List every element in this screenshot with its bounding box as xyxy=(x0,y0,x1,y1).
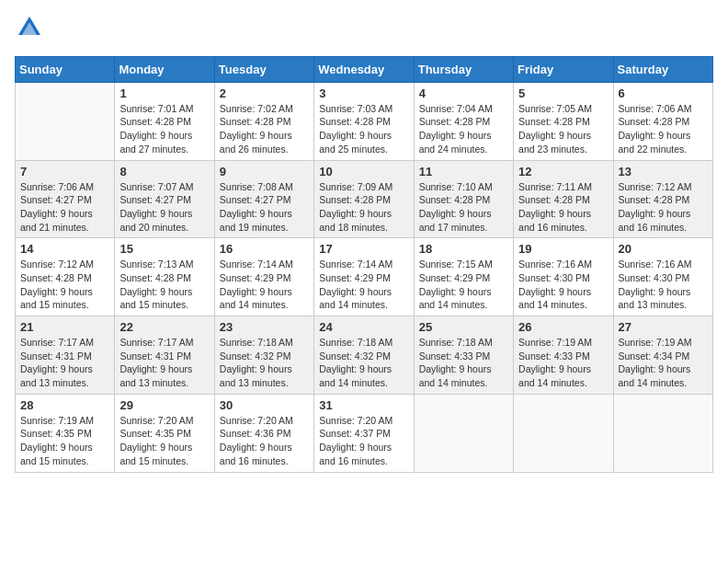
day-info: Sunrise: 7:19 AM Sunset: 4:33 PM Dayligh… xyxy=(518,336,608,390)
calendar-header-row: SundayMondayTuesdayWednesdayThursdayFrid… xyxy=(16,56,713,82)
day-info: Sunrise: 7:06 AM Sunset: 4:28 PM Dayligh… xyxy=(619,102,708,156)
day-info: Sunrise: 7:19 AM Sunset: 4:34 PM Dayligh… xyxy=(619,336,708,390)
day-number: 3 xyxy=(319,86,408,100)
day-info: Sunrise: 7:12 AM Sunset: 4:28 PM Dayligh… xyxy=(619,180,708,235)
day-number: 6 xyxy=(619,86,708,100)
day-number: 15 xyxy=(119,242,209,256)
calendar-day-cell: 24Sunrise: 7:18 AM Sunset: 4:32 PM Dayli… xyxy=(314,316,414,395)
calendar-week-row: 1Sunrise: 7:01 AM Sunset: 4:28 PM Daylig… xyxy=(16,82,713,160)
day-info: Sunrise: 7:18 AM Sunset: 4:32 PM Dayligh… xyxy=(319,336,408,390)
calendar-week-row: 21Sunrise: 7:17 AM Sunset: 4:31 PM Dayli… xyxy=(16,316,713,395)
day-info: Sunrise: 7:18 AM Sunset: 4:32 PM Dayligh… xyxy=(220,336,309,390)
calendar-day-cell: 10Sunrise: 7:09 AM Sunset: 4:28 PM Dayli… xyxy=(314,160,414,238)
day-number: 5 xyxy=(518,86,608,100)
day-info: Sunrise: 7:16 AM Sunset: 4:30 PM Dayligh… xyxy=(518,258,608,312)
day-info: Sunrise: 7:17 AM Sunset: 4:31 PM Dayligh… xyxy=(119,336,209,390)
calendar-day-cell: 30Sunrise: 7:20 AM Sunset: 4:36 PM Dayli… xyxy=(214,394,313,472)
calendar-day-cell: 19Sunrise: 7:16 AM Sunset: 4:30 PM Dayli… xyxy=(514,238,613,316)
day-info: Sunrise: 7:12 AM Sunset: 4:28 PM Dayligh… xyxy=(20,258,109,312)
day-number: 16 xyxy=(220,242,309,256)
day-info: Sunrise: 7:03 AM Sunset: 4:28 PM Dayligh… xyxy=(319,102,408,156)
day-info: Sunrise: 7:19 AM Sunset: 4:35 PM Dayligh… xyxy=(20,414,109,468)
day-number: 23 xyxy=(220,320,309,334)
day-info: Sunrise: 7:07 AM Sunset: 4:27 PM Dayligh… xyxy=(119,180,209,235)
logo-icon xyxy=(17,15,42,40)
calendar-day-cell: 21Sunrise: 7:17 AM Sunset: 4:31 PM Dayli… xyxy=(16,316,115,395)
day-info: Sunrise: 7:08 AM Sunset: 4:27 PM Dayligh… xyxy=(220,180,309,235)
calendar-day-cell: 18Sunrise: 7:15 AM Sunset: 4:29 PM Dayli… xyxy=(414,238,513,316)
day-info: Sunrise: 7:20 AM Sunset: 4:36 PM Dayligh… xyxy=(220,414,309,468)
day-info: Sunrise: 7:05 AM Sunset: 4:28 PM Dayligh… xyxy=(518,102,608,156)
day-number: 24 xyxy=(319,320,408,334)
day-number: 22 xyxy=(119,320,209,334)
calendar-day-cell: 7Sunrise: 7:06 AM Sunset: 4:27 PM Daylig… xyxy=(16,160,115,238)
calendar-day-cell xyxy=(514,394,613,472)
day-number: 17 xyxy=(319,242,408,256)
calendar-day-cell: 29Sunrise: 7:20 AM Sunset: 4:35 PM Dayli… xyxy=(115,394,214,472)
day-number: 18 xyxy=(419,242,508,256)
day-header-wednesday: Wednesday xyxy=(314,56,414,82)
calendar-day-cell: 2Sunrise: 7:02 AM Sunset: 4:28 PM Daylig… xyxy=(214,82,313,160)
calendar-day-cell xyxy=(613,394,712,472)
day-info: Sunrise: 7:13 AM Sunset: 4:28 PM Dayligh… xyxy=(119,258,209,312)
calendar-day-cell: 20Sunrise: 7:16 AM Sunset: 4:30 PM Dayli… xyxy=(613,238,712,316)
calendar-day-cell: 22Sunrise: 7:17 AM Sunset: 4:31 PM Dayli… xyxy=(115,316,214,395)
day-number: 30 xyxy=(220,398,309,412)
calendar-day-cell xyxy=(414,394,513,472)
calendar-day-cell: 26Sunrise: 7:19 AM Sunset: 4:33 PM Dayli… xyxy=(514,316,613,395)
day-number: 1 xyxy=(119,86,209,100)
calendar-week-row: 7Sunrise: 7:06 AM Sunset: 4:27 PM Daylig… xyxy=(16,160,713,238)
calendar-week-row: 28Sunrise: 7:19 AM Sunset: 4:35 PM Dayli… xyxy=(16,394,713,472)
day-number: 27 xyxy=(619,320,708,334)
day-info: Sunrise: 7:20 AM Sunset: 4:37 PM Dayligh… xyxy=(319,414,408,468)
day-info: Sunrise: 7:11 AM Sunset: 4:28 PM Dayligh… xyxy=(518,180,608,235)
calendar-day-cell: 14Sunrise: 7:12 AM Sunset: 4:28 PM Dayli… xyxy=(16,238,115,316)
day-info: Sunrise: 7:17 AM Sunset: 4:31 PM Dayligh… xyxy=(20,336,109,390)
day-number: 20 xyxy=(619,242,708,256)
calendar-day-cell: 5Sunrise: 7:05 AM Sunset: 4:28 PM Daylig… xyxy=(514,82,613,160)
day-header-saturday: Saturday xyxy=(613,56,712,82)
day-info: Sunrise: 7:16 AM Sunset: 4:30 PM Dayligh… xyxy=(619,258,708,312)
day-header-tuesday: Tuesday xyxy=(214,56,313,82)
day-number: 9 xyxy=(220,165,309,178)
day-info: Sunrise: 7:04 AM Sunset: 4:28 PM Dayligh… xyxy=(419,102,508,156)
day-number: 25 xyxy=(419,320,508,334)
day-number: 2 xyxy=(220,86,309,100)
page-header xyxy=(15,15,713,45)
day-number: 11 xyxy=(419,165,508,178)
calendar-day-cell: 16Sunrise: 7:14 AM Sunset: 4:29 PM Dayli… xyxy=(214,238,313,316)
day-header-sunday: Sunday xyxy=(16,56,115,82)
calendar-day-cell: 31Sunrise: 7:20 AM Sunset: 4:37 PM Dayli… xyxy=(314,394,414,472)
calendar-day-cell: 25Sunrise: 7:18 AM Sunset: 4:33 PM Dayli… xyxy=(414,316,513,395)
day-number: 28 xyxy=(20,398,109,412)
day-number: 31 xyxy=(319,398,408,412)
day-info: Sunrise: 7:18 AM Sunset: 4:33 PM Dayligh… xyxy=(419,336,508,390)
day-header-monday: Monday xyxy=(115,56,214,82)
day-number: 13 xyxy=(619,165,708,178)
calendar-day-cell: 3Sunrise: 7:03 AM Sunset: 4:28 PM Daylig… xyxy=(314,82,414,160)
day-header-friday: Friday xyxy=(514,56,613,82)
day-info: Sunrise: 7:15 AM Sunset: 4:29 PM Dayligh… xyxy=(419,258,508,312)
calendar-day-cell: 4Sunrise: 7:04 AM Sunset: 4:28 PM Daylig… xyxy=(414,82,513,160)
day-number: 29 xyxy=(119,398,209,412)
calendar-day-cell: 9Sunrise: 7:08 AM Sunset: 4:27 PM Daylig… xyxy=(214,160,313,238)
calendar-week-row: 14Sunrise: 7:12 AM Sunset: 4:28 PM Dayli… xyxy=(16,238,713,316)
calendar-day-cell: 11Sunrise: 7:10 AM Sunset: 4:28 PM Dayli… xyxy=(414,160,513,238)
calendar-day-cell: 15Sunrise: 7:13 AM Sunset: 4:28 PM Dayli… xyxy=(115,238,214,316)
day-number: 7 xyxy=(20,165,109,178)
day-info: Sunrise: 7:20 AM Sunset: 4:35 PM Dayligh… xyxy=(119,414,209,468)
day-info: Sunrise: 7:14 AM Sunset: 4:29 PM Dayligh… xyxy=(220,258,309,312)
day-info: Sunrise: 7:14 AM Sunset: 4:29 PM Dayligh… xyxy=(319,258,408,312)
day-number: 10 xyxy=(319,165,408,178)
calendar-day-cell: 28Sunrise: 7:19 AM Sunset: 4:35 PM Dayli… xyxy=(16,394,115,472)
logo xyxy=(15,15,42,45)
day-info: Sunrise: 7:01 AM Sunset: 4:28 PM Dayligh… xyxy=(119,102,209,156)
calendar-day-cell: 23Sunrise: 7:18 AM Sunset: 4:32 PM Dayli… xyxy=(214,316,313,395)
day-number: 4 xyxy=(419,86,508,100)
calendar-day-cell xyxy=(16,82,115,160)
calendar-day-cell: 17Sunrise: 7:14 AM Sunset: 4:29 PM Dayli… xyxy=(314,238,414,316)
day-number: 19 xyxy=(518,242,608,256)
day-number: 26 xyxy=(518,320,608,334)
day-header-thursday: Thursday xyxy=(414,56,513,82)
calendar-day-cell: 6Sunrise: 7:06 AM Sunset: 4:28 PM Daylig… xyxy=(613,82,712,160)
